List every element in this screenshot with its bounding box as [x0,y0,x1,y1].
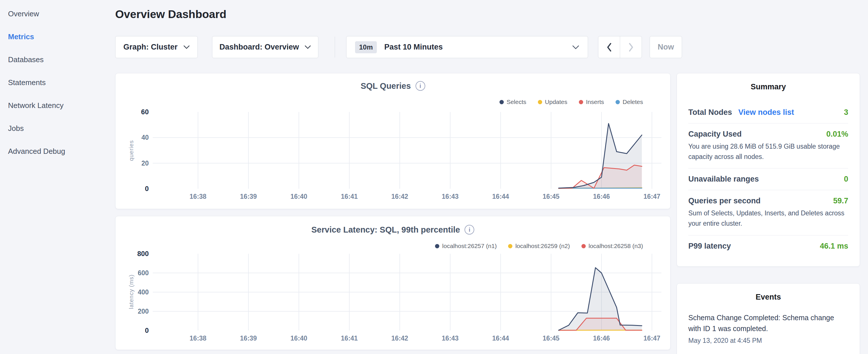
time-range-label: Past 10 Minutes [384,43,443,52]
chevron-left-icon [607,43,612,52]
svg-text:600: 600 [138,269,149,277]
events-title: Events [688,293,848,301]
svg-text:16:42: 16:42 [392,334,408,342]
sidebar-item-jobs[interactable]: Jobs [0,117,115,140]
chevron-down-icon [305,45,311,49]
service-latency-chart-card: Service Latency: SQL, 99th percentile i … [115,216,671,350]
event-timestamp: May 13, 2020 at 4:45 PM [688,337,848,345]
summary-row-value: 59.7 [833,196,848,205]
sidebar: OverviewMetricsDatabasesStatementsNetwor… [0,0,115,354]
sidebar-item-overview[interactable]: Overview [0,2,115,25]
svg-text:16:41: 16:41 [341,193,358,200]
time-step-buttons [598,36,642,58]
sql-queries-chart[interactable]: 16:3816:3916:4016:4116:4216:4316:4416:45… [116,73,670,209]
svg-text:16:38: 16:38 [190,193,207,200]
page-title: Overview Dashboard [115,8,226,21]
summary-row: Capacity Used0.01%You are using 28.6 MiB… [688,123,848,168]
sidebar-item-databases[interactable]: Databases [0,48,115,71]
view-nodes-list-link[interactable]: View nodes list [739,108,794,117]
summary-row-label: Total Nodes [688,108,732,117]
summary-panel: Summary Total NodesView nodes list3Capac… [677,73,860,267]
summary-row-value: 46.1 ms [820,242,848,251]
svg-text:16:40: 16:40 [290,193,308,200]
svg-text:800: 800 [137,250,149,257]
svg-text:16:38: 16:38 [190,334,207,342]
event-item: Schema Change Completed: Schema change w… [688,313,848,345]
graph-scope-dropdown[interactable]: Graph: Cluster [115,36,198,58]
service-latency-chart[interactable]: 16:3816:3916:4016:4116:4216:4316:4416:45… [116,216,670,350]
svg-text:16:43: 16:43 [442,334,459,342]
event-text: Schema Change Completed: Schema change w… [688,313,848,334]
sidebar-item-advanced-debug[interactable]: Advanced Debug [0,140,115,163]
sidebar-item-statements[interactable]: Statements [0,71,115,94]
svg-text:400: 400 [138,288,149,296]
toolbar-divider [335,37,335,58]
svg-text:16:45: 16:45 [543,334,560,342]
chevron-down-icon [183,45,190,49]
svg-text:0: 0 [145,185,149,192]
sql-queries-chart-card: SQL Queries i SelectsUpdatesInsertsDelet… [115,73,671,209]
svg-text:16:39: 16:39 [240,334,257,342]
summary-row-description: You are using 28.6 MiB of 515.9 GiB usab… [688,141,848,162]
graph-scope-label: Graph: Cluster [123,43,177,52]
svg-text:16:47: 16:47 [644,193,660,200]
events-panel: Events Schema Change Completed: Schema c… [677,283,860,354]
svg-text:16:43: 16:43 [442,193,459,200]
summary-row-value: 0.01% [826,130,848,139]
time-range-badge: 10m [355,41,377,53]
summary-row-label: Capacity Used [688,130,742,139]
svg-text:16:44: 16:44 [492,193,509,200]
dashboard-label: Dashboard: Overview [219,43,299,52]
svg-text:16:47: 16:47 [644,334,660,342]
sidebar-item-metrics[interactable]: Metrics [0,25,115,48]
svg-text:16:44: 16:44 [492,334,509,342]
svg-text:16:40: 16:40 [290,334,308,342]
summary-row-label: Unavailable ranges [688,175,759,184]
chevron-down-icon [572,45,579,49]
svg-text:16:39: 16:39 [240,193,257,200]
summary-row-value: 0 [844,175,848,184]
svg-text:16:46: 16:46 [593,334,610,342]
now-button-label: Now [658,43,674,52]
summary-row: Unavailable ranges0 [688,168,848,190]
svg-text:16:45: 16:45 [543,193,560,200]
summary-row: Total NodesView nodes list3 [688,102,848,123]
previous-time-button[interactable] [598,36,620,58]
summary-row-value: 3 [844,108,848,117]
svg-text:40: 40 [141,134,149,141]
svg-text:20: 20 [141,160,149,167]
summary-row-label: Queries per second [688,196,761,205]
svg-text:200: 200 [138,308,149,315]
summary-row: Queries per second59.7Sum of Selects, Up… [688,190,848,235]
now-button[interactable]: Now [650,36,682,58]
time-range-selector[interactable]: 10m Past 10 Minutes [346,36,588,58]
next-time-button[interactable] [620,36,642,58]
svg-text:0: 0 [145,326,149,334]
summary-row-description: Sum of Selects, Updates, Inserts, and De… [688,208,848,229]
summary-title: Summary [688,83,848,91]
dashboard-dropdown[interactable]: Dashboard: Overview [212,36,318,58]
sidebar-item-network-latency[interactable]: Network Latency [0,94,115,117]
svg-text:16:41: 16:41 [341,334,358,342]
summary-row: P99 latency46.1 ms [688,235,848,257]
svg-text:16:42: 16:42 [392,193,408,200]
svg-text:16:46: 16:46 [593,193,610,200]
chevron-right-icon [628,43,634,52]
svg-text:60: 60 [141,108,149,116]
summary-row-label: P99 latency [688,242,731,251]
